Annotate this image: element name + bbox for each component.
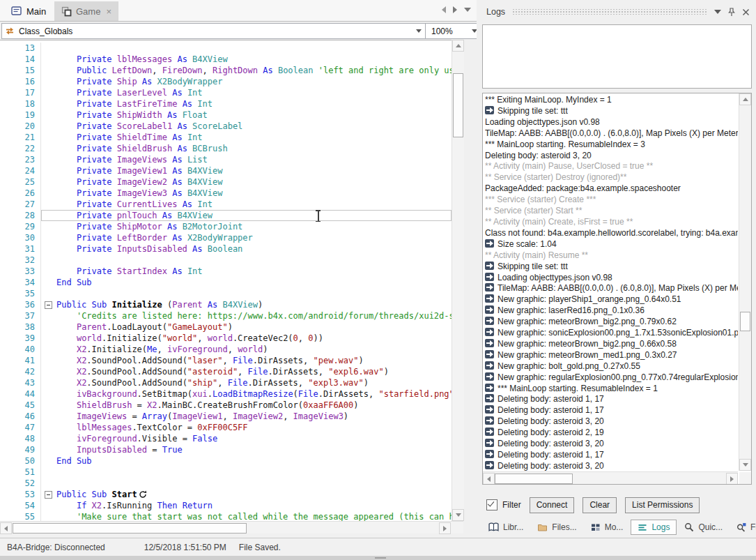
scroll-right-icon[interactable] <box>439 522 451 534</box>
fold-collapse-icon[interactable] <box>41 489 56 500</box>
log-entry: Deleting body: asteroid 3, 20 <box>485 416 738 427</box>
horizontal-scroll-thumb[interactable] <box>13 523 247 533</box>
log-filter-box[interactable] <box>482 24 752 89</box>
tab-close-icon[interactable]: × <box>106 6 111 17</box>
tab-game[interactable]: Game × <box>54 1 118 21</box>
code-line-29[interactable]: 29 Private ShipMotor As B2MotorJoint <box>0 221 452 232</box>
fold-margin <box>41 176 56 188</box>
tab-list-dropdown-icon[interactable] <box>464 8 471 12</box>
tab-main[interactable]: Main <box>4 1 53 21</box>
code-line-52[interactable]: 52 <box>0 478 452 489</box>
code-line-23[interactable]: 23 Private ImageViews As List <box>0 154 452 165</box>
code-line-31[interactable]: 31 Private InputsDisabled As Boolean <box>0 243 452 255</box>
log-entry: New graphic: regularExplosion00.png_0.77… <box>485 372 738 384</box>
code-line-50[interactable]: 50End Sub <box>0 455 452 467</box>
code-line-39[interactable]: 39 world.Initialize("world", world.Creat… <box>0 333 452 344</box>
code-line-36[interactable]: 36Public Sub Initialize (Parent As B4XVi… <box>0 299 452 310</box>
code-line-16[interactable]: 16 Private Ship As X2BodyWrapper <box>0 76 452 87</box>
log-output-list[interactable]: *** Exiting MainLoop. MyIndex = 1Skippin… <box>482 93 752 485</box>
panel-tab-libr[interactable]: Libr... <box>482 520 530 534</box>
code-line-38[interactable]: 38 Parent.LoadLayout("GameLayout") <box>0 321 452 333</box>
fold-collapse-icon[interactable] <box>41 299 56 310</box>
scroll-left-icon[interactable] <box>483 473 495 485</box>
scroll-left-icon[interactable] <box>0 522 12 534</box>
code-line-27[interactable]: 27 Private CurrentLives As Int <box>0 199 452 210</box>
code-line-42[interactable]: 42 X2.SoundPool.AddSound("asteroid", Fil… <box>0 366 452 377</box>
panel-tab-quic[interactable]: Quic... <box>678 520 729 534</box>
code-line-19[interactable]: 19 Private ShipWidth As Float <box>0 109 452 121</box>
scroll-up-icon[interactable] <box>739 93 751 105</box>
code-line-49[interactable]: 49 InputsDisabled = True <box>0 444 452 455</box>
panel-menu-chevron-icon[interactable] <box>714 10 721 14</box>
horizontal-scroll-thumb[interactable] <box>495 474 573 484</box>
code-line-34[interactable]: 34End Sub <box>0 277 452 288</box>
log-arrow-icon <box>485 317 494 325</box>
code-line-46[interactable]: 46 ImageViews = Array(ImageView1, ImageV… <box>0 411 452 422</box>
scroll-down-icon[interactable] <box>739 459 751 471</box>
code-line-30[interactable]: 30 Private LeftBorder As X2BodyWrapper <box>0 232 452 243</box>
resize-grip[interactable] <box>375 557 386 559</box>
code-line-37[interactable]: 37 'Credits are listed here: https://www… <box>0 310 452 321</box>
panel-tab-logs[interactable]: Logs <box>631 520 677 535</box>
code-line-41[interactable]: 41 X2.SoundPool.AddSound("laser", File.D… <box>0 355 452 366</box>
connect-button[interactable]: Connect <box>530 497 575 513</box>
editor-vertical-scrollbar[interactable] <box>452 40 464 521</box>
fold-margin <box>41 199 56 210</box>
sub-selector-combobox[interactable]: Class_Globals <box>1 23 426 39</box>
panel-tab-label: Logs <box>651 522 670 532</box>
panel-pin-icon[interactable] <box>727 8 736 17</box>
code-line-21[interactable]: 21 Private ShieldTime As Int <box>0 132 452 143</box>
code-line-20[interactable]: 20 Private ScoreLabel1 As ScoreLabel <box>0 121 452 132</box>
vertical-scroll-thumb[interactable] <box>453 73 463 137</box>
log-entry: New graphic: meteorBrown_big2.png_0.79x0… <box>485 317 738 328</box>
code-line-26[interactable]: 26 Private ImageView3 As B4XView <box>0 188 452 199</box>
code-line-40[interactable]: 40 X2.Initialize(Me, ivForeground, world… <box>0 344 452 355</box>
code-line-47[interactable]: 47 lblMessages.TextColor = 0xFF00C5FF <box>0 422 452 433</box>
code-line-48[interactable]: 48 ivForeground.Visible = False <box>0 433 452 444</box>
tab-scroll-right-icon[interactable] <box>453 6 457 13</box>
code-line-14[interactable]: 14 Private lblMessages As B4XView <box>0 54 452 65</box>
zoom-combobox[interactable]: 100% <box>425 23 482 39</box>
scroll-down-icon[interactable] <box>452 509 464 521</box>
editor-horizontal-scrollbar[interactable] <box>0 521 463 533</box>
code-line-32[interactable]: 32 <box>0 255 452 266</box>
code-editor[interactable]: 1314 Private lblMessages As B4XView15 Pu… <box>0 40 452 522</box>
panel-tab-mo[interactable]: Mo... <box>585 520 630 534</box>
filter-checkbox[interactable] <box>486 499 497 510</box>
code-line-13[interactable]: 13 <box>0 43 452 54</box>
panel-tab-files[interactable]: Files... <box>531 520 583 534</box>
panel-close-icon[interactable] <box>742 8 750 16</box>
scroll-up-icon[interactable] <box>452 40 464 52</box>
code-line-22[interactable]: 22 Private ShieldBrush As BCBrush <box>0 143 452 154</box>
code-line-15[interactable]: 15 Public LeftDown, FireDown, RightDown … <box>0 65 452 76</box>
code-line-53[interactable]: 53Public Sub Start <box>0 489 452 500</box>
list-permissions-button[interactable]: List Permissions <box>625 497 700 513</box>
zoom-value: 100% <box>431 27 453 36</box>
clear-button[interactable]: Clear <box>583 497 617 513</box>
code-line-43[interactable]: 43 X2.SoundPool.AddSound("ship", File.Di… <box>0 377 452 388</box>
log-entry: Deleting body: asteroid 2, 19 <box>485 427 738 439</box>
panel-tab-find[interactable]: Find... <box>730 520 756 534</box>
code-line-51[interactable]: 51 <box>0 467 452 478</box>
log-vertical-scrollbar[interactable] <box>739 93 751 471</box>
code-line-25[interactable]: 25 Private ImageView2 As B4XView <box>0 176 452 188</box>
code-line-45[interactable]: 45 ShieldBrush = X2.MainBC.CreateBrushFr… <box>0 400 452 411</box>
code-line-33[interactable]: 33 Private StartIndex As Int <box>0 266 452 277</box>
tab-scroll-left-icon[interactable] <box>442 6 446 13</box>
code-line-28[interactable]: 28 Private pnlTouch As B4XView <box>0 210 452 221</box>
code-line-18[interactable]: 18 Private LastFireTime As Int <box>0 98 452 109</box>
code-line-24[interactable]: 24 Private ImageView1 As B4XView <box>0 165 452 176</box>
log-horizontal-scrollbar[interactable] <box>483 471 738 484</box>
code-line-35[interactable]: 35 <box>0 288 452 299</box>
panel-drag-grip[interactable] <box>512 9 707 15</box>
logs-panel-header[interactable]: Logs <box>477 4 756 20</box>
code-line-55[interactable]: 55 'Make sure that start was not called … <box>0 511 452 522</box>
fold-margin <box>41 288 56 299</box>
vertical-scroll-thumb[interactable] <box>740 312 750 331</box>
code-text: Private lblMessages As B4XView <box>56 54 452 65</box>
code-text: Private ScoreLabel1 As ScoreLabel <box>56 121 452 132</box>
scroll-right-icon[interactable] <box>726 473 738 485</box>
code-line-54[interactable]: 54 If X2.IsRunning Then Return <box>0 500 452 511</box>
code-line-44[interactable]: 44 ivBackground.SetBitmap(xui.LoadBitmap… <box>0 388 452 400</box>
code-line-17[interactable]: 17 Private LaserLevel As Int <box>0 87 452 98</box>
